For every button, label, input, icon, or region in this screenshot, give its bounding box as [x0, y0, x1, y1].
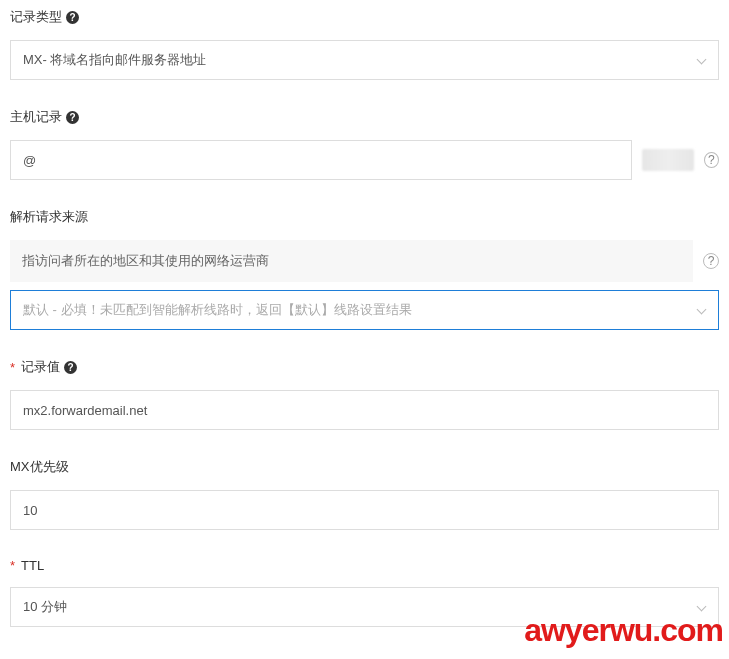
field-mx-priority: MX优先级 — [10, 458, 719, 530]
input-host-record[interactable] — [23, 141, 619, 179]
field-record-type: 记录类型 ? MX- 将域名指向邮件服务器地址 — [10, 8, 719, 80]
select-resolve-source-value: 默认 - 必填！未匹配到智能解析线路时，返回【默认】线路设置结果 — [23, 301, 412, 319]
help-icon[interactable]: ? — [703, 253, 719, 269]
select-record-type[interactable]: MX- 将域名指向邮件服务器地址 — [10, 40, 719, 80]
field-record-value: * 记录值 ? — [10, 358, 719, 430]
help-icon[interactable]: ? — [704, 152, 719, 168]
label-row-ttl: * TTL — [10, 558, 719, 573]
input-record-value-wrap — [10, 390, 719, 430]
label-resolve-source: 解析请求来源 — [10, 208, 88, 226]
chevron-down-icon — [696, 55, 706, 65]
label-row-record-type: 记录类型 ? — [10, 8, 719, 26]
select-resolve-source[interactable]: 默认 - 必填！未匹配到智能解析线路时，返回【默认】线路设置结果 — [10, 290, 719, 330]
input-mx-priority-wrap — [10, 490, 719, 530]
help-icon[interactable]: ? — [66, 11, 79, 24]
input-host-record-wrap — [10, 140, 632, 180]
required-asterisk: * — [10, 360, 15, 375]
host-record-row: ? — [10, 140, 719, 180]
chevron-down-icon — [696, 305, 706, 315]
input-record-value[interactable] — [23, 391, 706, 429]
label-record-type: 记录类型 — [10, 8, 62, 26]
label-record-value: 记录值 — [21, 358, 60, 376]
field-ttl: * TTL 10 分钟 — [10, 558, 719, 627]
select-record-type-value: MX- 将域名指向邮件服务器地址 — [23, 51, 206, 69]
resolve-source-hint-row: 指访问者所在的地区和其使用的网络运营商 ? — [10, 240, 719, 282]
chevron-down-icon — [696, 602, 706, 612]
label-ttl: TTL — [21, 558, 44, 573]
resolve-source-hint: 指访问者所在的地区和其使用的网络运营商 — [10, 240, 693, 282]
label-row-mx-priority: MX优先级 — [10, 458, 719, 476]
domain-suffix-blurred — [642, 149, 694, 171]
label-row-resolve-source: 解析请求来源 — [10, 208, 719, 226]
required-asterisk: * — [10, 558, 15, 573]
label-row-record-value: * 记录值 ? — [10, 358, 719, 376]
help-icon[interactable]: ? — [66, 111, 79, 124]
select-ttl[interactable]: 10 分钟 — [10, 587, 719, 627]
help-icon[interactable]: ? — [64, 361, 77, 374]
label-host-record: 主机记录 — [10, 108, 62, 126]
field-host-record: 主机记录 ? ? — [10, 108, 719, 180]
input-mx-priority[interactable] — [23, 491, 706, 529]
field-resolve-source: 解析请求来源 指访问者所在的地区和其使用的网络运营商 ? 默认 - 必填！未匹配… — [10, 208, 719, 330]
select-ttl-value: 10 分钟 — [23, 598, 67, 616]
label-row-host-record: 主机记录 ? — [10, 108, 719, 126]
label-mx-priority: MX优先级 — [10, 458, 69, 476]
